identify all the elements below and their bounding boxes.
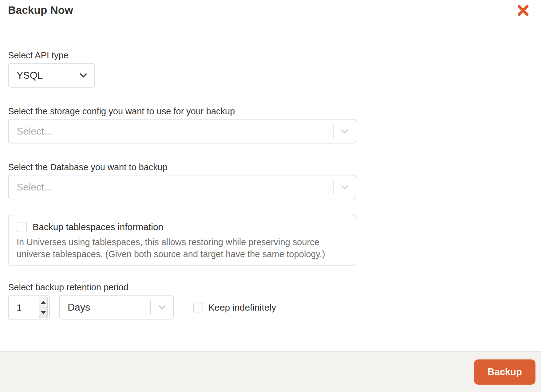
chevron-down-icon [72,70,94,81]
retention-label: Select backup retention period [8,281,533,293]
keep-indefinitely-option: Keep indefinitely [193,295,276,320]
chevron-down-icon [151,302,173,313]
retention-stepper [39,297,48,318]
api-type-value: YSQL [9,70,72,81]
api-type-label: Select API type [8,49,533,61]
database-select[interactable]: Select... [8,175,356,199]
storage-config-label: Select the storage config you want to us… [8,105,533,117]
api-type-select[interactable]: YSQL [8,63,95,88]
tablespaces-description: In Universes using tablespaces, this all… [17,236,348,260]
database-placeholder: Select... [9,182,333,193]
modal-footer: Backup [0,351,541,392]
retention-unit-value: Days [60,302,150,313]
backup-button[interactable]: Backup [474,359,535,385]
tablespaces-box: Backup tablespaces information In Univer… [8,215,356,266]
modal-body: Select API type YSQL Select the storage … [0,49,541,320]
database-label: Select the Database you want to backup [8,161,533,173]
page-title: Backup Now [8,4,73,16]
close-icon [517,5,529,16]
storage-config-placeholder: Select... [9,126,333,137]
retention-unit-select[interactable]: Days [59,295,174,319]
storage-config-select[interactable]: Select... [8,119,356,143]
tablespaces-label: Backup tablespaces information [33,222,163,232]
stepper-up-button[interactable] [39,297,47,308]
close-button[interactable] [517,4,529,17]
arrow-down-icon [41,311,46,314]
keep-indefinitely-label: Keep indefinitely [208,302,276,313]
chevron-down-icon [334,182,356,193]
retention-value-input[interactable] [9,296,36,319]
keep-indefinitely-checkbox[interactable] [193,303,203,312]
retention-value-field [8,295,50,320]
modal-header: Backup Now [0,0,541,32]
retention-row: Days Keep indefinitely [8,295,533,320]
tablespaces-checkbox[interactable] [17,222,27,232]
stepper-down-button[interactable] [39,308,47,318]
arrow-up-icon [41,301,46,304]
chevron-down-icon [334,126,356,137]
